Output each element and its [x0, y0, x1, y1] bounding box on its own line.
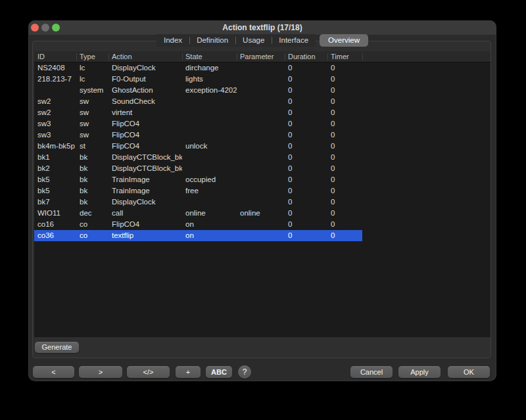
abc-button[interactable]: ABC: [206, 366, 232, 378]
cell-filler: [362, 230, 490, 241]
cell-filler: [362, 197, 490, 208]
previous-button[interactable]: <: [33, 366, 74, 378]
cell-type: sw: [76, 118, 108, 129]
cell-filler: [362, 185, 490, 197]
table-body: NS2408lcDisplayClockdirchange00218.213-7…: [34, 62, 490, 241]
cell-timer: 0: [327, 185, 362, 197]
cell-id: [34, 85, 76, 96]
cell-id: sw3: [34, 129, 76, 141]
code-button[interactable]: </>: [127, 366, 170, 378]
table-row[interactable]: sw2swSoundCheck00: [34, 96, 490, 107]
cell-duration: 0: [285, 62, 327, 74]
cell-action: DisplayCTCBlock_bk2: [108, 163, 182, 174]
cell-state: [182, 152, 237, 163]
cell-action: F0-Output: [108, 74, 182, 85]
cell-timer: 0: [327, 230, 362, 241]
cell-timer: 0: [327, 129, 362, 141]
column-header-id[interactable]: ID: [34, 51, 76, 62]
actions-table: IDTypeActionStateParameterDurationTimer …: [34, 51, 490, 337]
cell-action: FlipCO4: [108, 141, 182, 152]
cell-type: sw: [76, 129, 108, 141]
table-row[interactable]: sw2swvirtent00: [34, 107, 490, 118]
cell-timer: 0: [327, 107, 362, 118]
table-row[interactable]: sw3swFlipCO400: [34, 129, 490, 141]
cell-timer: 0: [327, 96, 362, 107]
cell-duration: 0: [285, 96, 327, 107]
cell-state: occupied: [182, 174, 237, 185]
cell-filler: [362, 62, 490, 74]
column-header-action[interactable]: Action: [108, 51, 182, 62]
cell-state: [182, 197, 237, 208]
column-header-type[interactable]: Type: [76, 51, 108, 62]
table-row[interactable]: bk1bkDisplayCTCBlock_bk100: [34, 152, 490, 163]
table-row[interactable]: bk4m-bk5pstFlipCO4unlock00: [34, 141, 490, 152]
table-row[interactable]: bk5bkTrainImagefree00: [34, 185, 490, 197]
cell-parameter: [237, 185, 285, 197]
cell-duration: 0: [285, 74, 327, 85]
cell-filler: [362, 118, 490, 129]
cell-id: bk4m-bk5p: [34, 141, 76, 152]
ok-button[interactable]: OK: [448, 366, 490, 378]
cancel-button[interactable]: Cancel: [350, 366, 393, 378]
cell-state: free: [182, 185, 237, 197]
cell-filler: [362, 141, 490, 152]
generate-button[interactable]: Generate: [35, 342, 79, 353]
cell-type: bk: [76, 185, 108, 197]
cell-state: on: [182, 219, 237, 230]
tab-bar: Index Definition Usage Interface Overvie…: [28, 34, 496, 47]
cell-duration: 0: [285, 141, 327, 152]
cell-id: WIO11: [34, 208, 76, 219]
cell-state: [182, 118, 237, 129]
table-row[interactable]: co36cotextflipon00: [34, 230, 490, 241]
tab-definition[interactable]: Definition: [189, 34, 235, 47]
tab-usage[interactable]: Usage: [235, 34, 272, 47]
cell-action: virtent: [108, 107, 182, 118]
cell-filler: [362, 74, 490, 85]
apply-button[interactable]: Apply: [398, 366, 441, 378]
cell-filler: [362, 96, 490, 107]
table-row[interactable]: bk5bkTrainImageoccupied00: [34, 174, 490, 185]
cell-action: FlipCO4: [108, 118, 182, 129]
cell-timer: 0: [327, 74, 362, 85]
table-row[interactable]: bk7bkDisplayClock00: [34, 197, 490, 208]
cell-filler: [362, 208, 490, 219]
tab-interface[interactable]: Interface: [272, 34, 316, 47]
cell-action: TrainImage: [108, 174, 182, 185]
cell-type: dec: [76, 208, 108, 219]
table-row[interactable]: sw3swFlipCO400: [34, 118, 490, 129]
cell-state: [182, 129, 237, 141]
cell-duration: 0: [285, 152, 327, 163]
window-title: Action textflip (17/18): [28, 20, 496, 35]
table-row[interactable]: WIO11deccallonlineonline00: [34, 208, 490, 219]
table-row[interactable]: bk2bkDisplayCTCBlock_bk200: [34, 163, 490, 174]
tab-index[interactable]: Index: [156, 34, 189, 47]
table-row[interactable]: 218.213-7lcF0-Outputlights00: [34, 74, 490, 85]
next-button[interactable]: >: [79, 366, 122, 378]
add-button[interactable]: +: [176, 366, 201, 378]
cell-action: DisplayCTCBlock_bk1: [108, 152, 182, 163]
cell-duration: 0: [285, 85, 327, 96]
cell-id: co16: [34, 219, 76, 230]
table-row[interactable]: systemGhostActionexception-420200: [34, 85, 490, 96]
titlebar[interactable]: Action textflip (17/18): [28, 20, 496, 35]
cell-parameter: [237, 230, 285, 241]
cell-state: exception-4202: [182, 85, 237, 96]
column-header-state[interactable]: State: [182, 51, 237, 62]
tab-overview[interactable]: Overview: [320, 34, 368, 47]
cell-filler: [362, 129, 490, 141]
column-header-filler: [362, 51, 490, 62]
table-row[interactable]: NS2408lcDisplayClockdirchange00: [34, 62, 490, 74]
cell-state: dirchange: [182, 62, 237, 74]
cell-duration: 0: [285, 118, 327, 129]
cell-id: bk5: [34, 185, 76, 197]
cell-action: GhostAction: [108, 85, 182, 96]
column-header-duration[interactable]: Duration: [285, 51, 327, 62]
cell-timer: 0: [327, 174, 362, 185]
column-header-timer[interactable]: Timer: [327, 51, 362, 62]
table-row[interactable]: co16coFlipCO4on00: [34, 219, 490, 230]
cell-duration: 0: [285, 208, 327, 219]
help-button[interactable]: ?: [238, 365, 251, 379]
column-header-parameter[interactable]: Parameter: [237, 51, 285, 62]
cell-parameter: [237, 197, 285, 208]
cell-action: call: [108, 208, 182, 219]
